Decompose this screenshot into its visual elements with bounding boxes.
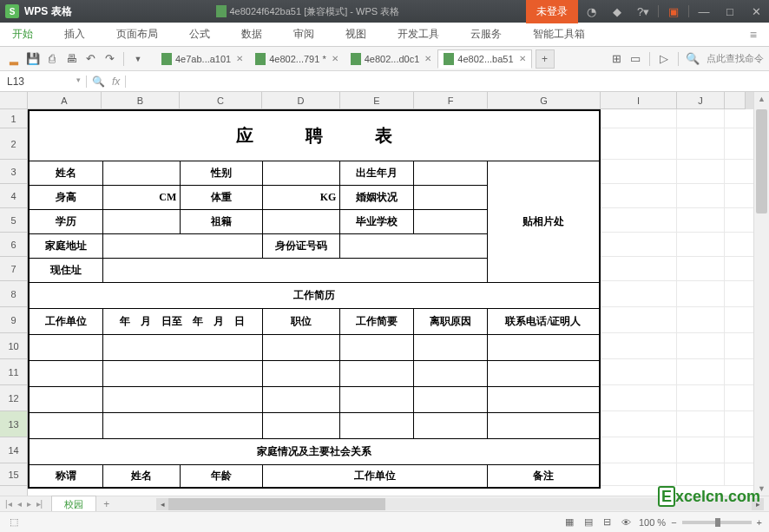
row-header[interactable]: 9 bbox=[0, 307, 27, 333]
scroll-up-icon[interactable]: ▲ bbox=[754, 92, 769, 106]
zoom-handle[interactable] bbox=[715, 518, 720, 527]
column-header[interactable]: G bbox=[488, 92, 601, 108]
zoom-slider[interactable] bbox=[682, 521, 752, 524]
column-header[interactable]: D bbox=[262, 92, 340, 108]
cell[interactable] bbox=[102, 161, 181, 186]
fx-icon[interactable]: fx bbox=[112, 76, 120, 88]
cell[interactable] bbox=[102, 234, 262, 259]
doc-tab-1[interactable]: 4e802...791 *✕ bbox=[249, 49, 344, 69]
close-icon[interactable]: ✕ bbox=[236, 54, 243, 63]
scroll-thumb[interactable] bbox=[756, 109, 767, 213]
maximize-button[interactable]: □ bbox=[717, 0, 743, 23]
reading-icon[interactable]: 👁 bbox=[620, 516, 634, 529]
row-header[interactable]: 12 bbox=[0, 385, 27, 411]
cell[interactable] bbox=[102, 335, 262, 361]
hscroll-thumb[interactable] bbox=[168, 498, 385, 510]
close-icon[interactable]: ✕ bbox=[519, 54, 526, 63]
feedback-icon[interactable]: ▣ bbox=[661, 0, 687, 23]
cell[interactable] bbox=[340, 387, 414, 413]
zoom-level[interactable]: 100 % bbox=[639, 517, 666, 528]
row-header[interactable]: 2 bbox=[0, 128, 27, 160]
row-header[interactable]: 4 bbox=[0, 184, 27, 208]
sheet-tab[interactable]: 校园 bbox=[51, 496, 96, 513]
minimize-button[interactable]: — bbox=[691, 0, 717, 23]
view-break-icon[interactable]: ⊟ bbox=[601, 516, 615, 529]
cell[interactable] bbox=[414, 361, 488, 387]
menu-formula[interactable]: 公式 bbox=[186, 25, 214, 43]
vertical-scrollbar[interactable]: ▲ ▼ bbox=[753, 92, 769, 496]
row-header[interactable]: 11 bbox=[0, 359, 27, 385]
nav-icon[interactable]: ▷ bbox=[655, 50, 673, 68]
nav-first-icon[interactable]: |◂ bbox=[3, 499, 14, 509]
cell[interactable] bbox=[262, 161, 340, 186]
menu-layout[interactable]: 页面布局 bbox=[113, 25, 161, 43]
cell[interactable] bbox=[414, 161, 488, 186]
print-preview-icon[interactable]: ⎙ bbox=[43, 50, 61, 68]
cell[interactable] bbox=[102, 259, 487, 283]
cell[interactable] bbox=[340, 335, 414, 361]
column-header[interactable]: I bbox=[601, 92, 677, 108]
redo-icon[interactable]: ↷ bbox=[101, 50, 118, 68]
menu-cloud[interactable]: 云服务 bbox=[467, 25, 505, 43]
column-header[interactable]: B bbox=[102, 92, 180, 108]
row-header[interactable]: 10 bbox=[0, 333, 27, 359]
cell[interactable] bbox=[340, 413, 414, 439]
undo-icon[interactable]: ↶ bbox=[82, 50, 99, 68]
menu-review[interactable]: 审阅 bbox=[290, 25, 318, 43]
unit-kg[interactable]: KG bbox=[262, 186, 340, 210]
select-all-corner[interactable] bbox=[0, 92, 28, 109]
column-header[interactable]: E bbox=[340, 92, 414, 108]
cell[interactable] bbox=[414, 335, 488, 361]
skin-icon[interactable]: ◆ bbox=[604, 0, 630, 23]
close-icon[interactable]: ✕ bbox=[424, 54, 431, 63]
cell[interactable] bbox=[414, 210, 488, 234]
zoom-in-button[interactable]: + bbox=[757, 517, 762, 528]
search-fx-icon[interactable]: 🔍 bbox=[92, 76, 105, 88]
cell[interactable] bbox=[487, 335, 599, 361]
cell[interactable] bbox=[414, 413, 488, 439]
row-header[interactable]: 1 bbox=[0, 109, 27, 128]
cell[interactable] bbox=[102, 413, 262, 439]
toolbar-dropdown-icon[interactable]: ▼ bbox=[129, 50, 147, 68]
doc-tab-2[interactable]: 4e802...d0c1✕ bbox=[345, 49, 438, 69]
zoom-out-button[interactable]: − bbox=[671, 517, 676, 528]
row-header[interactable]: 7 bbox=[0, 257, 27, 281]
save-icon[interactable]: 💾 bbox=[24, 50, 42, 68]
nav-next-icon[interactable]: ▸ bbox=[25, 499, 33, 509]
cell[interactable] bbox=[262, 413, 340, 439]
cell[interactable] bbox=[30, 387, 103, 413]
row-header[interactable]: 8 bbox=[0, 281, 27, 307]
column-split-handle[interactable] bbox=[745, 92, 753, 109]
cell[interactable] bbox=[102, 361, 262, 387]
login-badge[interactable]: 未登录 bbox=[526, 0, 578, 23]
grid-icon[interactable]: ⊞ bbox=[608, 50, 625, 68]
column-header[interactable]: C bbox=[180, 92, 262, 108]
menu-data[interactable]: 数据 bbox=[238, 25, 266, 43]
new-tab-button[interactable]: + bbox=[536, 49, 555, 69]
print-icon[interactable]: 🖶 bbox=[62, 50, 80, 68]
row-header[interactable]: 15 bbox=[0, 463, 27, 486]
row-header[interactable]: 3 bbox=[0, 160, 27, 184]
doc-tab-3[interactable]: 4e802...ba51✕ bbox=[437, 49, 531, 69]
close-icon[interactable]: ✕ bbox=[332, 54, 338, 63]
view-normal-icon[interactable]: ▦ bbox=[562, 516, 576, 529]
row-header[interactable]: 14 bbox=[0, 437, 27, 463]
sync-icon[interactable]: ◔ bbox=[578, 0, 604, 23]
close-button[interactable]: ✕ bbox=[743, 0, 769, 23]
nav-prev-icon[interactable]: ◂ bbox=[16, 499, 23, 509]
cell[interactable] bbox=[262, 210, 340, 234]
cell[interactable] bbox=[30, 335, 103, 361]
nav-last-icon[interactable]: ▸| bbox=[35, 499, 45, 509]
search-icon[interactable]: 🔍 bbox=[684, 50, 701, 68]
menu-start[interactable]: 开始 bbox=[9, 25, 36, 43]
menu-overflow-icon[interactable]: ≡ bbox=[746, 26, 760, 43]
scroll-left-icon[interactable]: ◂ bbox=[156, 498, 168, 510]
cell[interactable] bbox=[30, 361, 103, 387]
cell[interactable] bbox=[487, 413, 599, 439]
cell[interactable] bbox=[102, 210, 181, 234]
cell[interactable] bbox=[30, 413, 103, 439]
menu-insert[interactable]: 插入 bbox=[61, 25, 89, 43]
open-icon[interactable]: ▂ bbox=[5, 50, 23, 68]
help-icon[interactable]: ?▾ bbox=[630, 0, 656, 23]
row-header[interactable]: 13 bbox=[0, 411, 27, 437]
